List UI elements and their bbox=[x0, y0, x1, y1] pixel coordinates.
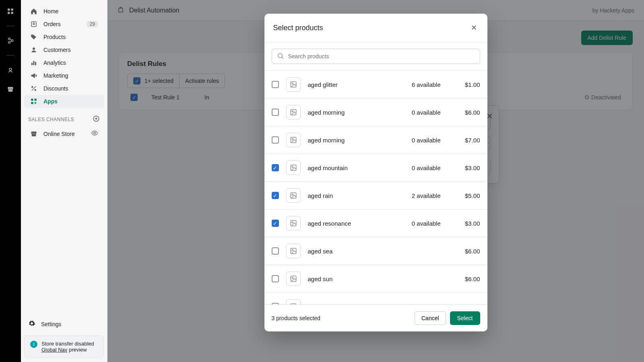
product-name: aged resonance bbox=[308, 220, 351, 227]
add-channel-icon[interactable] bbox=[93, 115, 100, 123]
rail-store-icon[interactable] bbox=[6, 84, 15, 94]
select-button[interactable]: Select bbox=[450, 311, 480, 325]
product-price: $3.00 bbox=[448, 220, 480, 227]
sidebar-item-analytics[interactable]: Analytics bbox=[24, 56, 104, 69]
sidebar-item-products[interactable]: Products bbox=[24, 31, 104, 43]
sidebar-item-label: Marketing bbox=[43, 72, 68, 79]
megaphone-icon bbox=[30, 72, 38, 79]
product-checkbox[interactable]: ✓ bbox=[272, 220, 279, 227]
product-price: $1.00 bbox=[448, 81, 480, 88]
sidebar-settings[interactable]: Settings bbox=[21, 314, 107, 335]
svg-point-26 bbox=[292, 138, 293, 140]
image-placeholder-icon bbox=[286, 77, 301, 92]
modal-title: Select products bbox=[273, 24, 323, 32]
image-placeholder-icon bbox=[286, 188, 301, 203]
svg-point-7 bbox=[9, 68, 12, 71]
image-placeholder-icon bbox=[286, 272, 301, 286]
product-availability: 2 available bbox=[400, 192, 441, 199]
rail-globe-icon[interactable] bbox=[6, 65, 15, 75]
product-row[interactable]: aged sunset $3.00 bbox=[264, 292, 487, 304]
gear-icon bbox=[28, 320, 35, 328]
product-row[interactable]: ✓ aged resonance 0 available $3.00 bbox=[264, 209, 487, 237]
svg-point-36 bbox=[292, 277, 293, 278]
product-checkbox[interactable] bbox=[272, 275, 279, 282]
product-name: aged sun bbox=[308, 276, 333, 282]
product-name: aged sea bbox=[308, 248, 333, 255]
product-price: $3.00 bbox=[448, 165, 480, 171]
search-input[interactable] bbox=[288, 53, 475, 60]
transfer-alert: i Store transfer disabled Global Nav pre… bbox=[24, 335, 104, 358]
product-row[interactable]: aged glitter 6 available $1.00 bbox=[264, 70, 487, 98]
channels-heading: SALES CHANNELS bbox=[21, 108, 107, 127]
sidebar-item-label: Orders bbox=[43, 21, 61, 27]
main: Delist Automation by Hackety Apps Add De… bbox=[107, 0, 644, 362]
selection-count: 3 products selected bbox=[272, 315, 320, 321]
product-price: $6.00 bbox=[448, 276, 480, 282]
product-checkbox[interactable] bbox=[272, 136, 279, 144]
product-checkbox[interactable] bbox=[272, 81, 279, 88]
image-placeholder-icon bbox=[286, 133, 301, 147]
rail-grid-icon[interactable] bbox=[6, 6, 15, 16]
product-list: aged glitter 6 available $1.00 aged morn… bbox=[264, 70, 487, 304]
alert-link[interactable]: Global Nav bbox=[41, 347, 67, 353]
product-price: $5.00 bbox=[448, 192, 480, 199]
settings-label: Settings bbox=[41, 321, 62, 327]
product-row[interactable]: ✓ aged rain 2 available $5.00 bbox=[264, 181, 487, 209]
search-products[interactable] bbox=[272, 49, 480, 64]
product-availability: 6 available bbox=[400, 81, 441, 88]
view-store-icon[interactable] bbox=[91, 130, 98, 138]
rail-divider bbox=[6, 55, 14, 56]
product-row[interactable]: aged morning 0 available $6.00 bbox=[264, 98, 487, 126]
product-checkbox[interactable] bbox=[272, 109, 279, 116]
product-name: aged morning bbox=[308, 137, 345, 144]
svg-point-13 bbox=[31, 86, 33, 88]
svg-point-14 bbox=[35, 89, 37, 91]
bars-icon bbox=[30, 59, 38, 66]
svg-point-28 bbox=[292, 166, 293, 167]
svg-rect-16 bbox=[35, 99, 37, 101]
sidebar-item-customers[interactable]: Customers bbox=[24, 43, 104, 56]
sidebar-online-store[interactable]: Online Store bbox=[24, 127, 104, 141]
svg-rect-27 bbox=[291, 165, 296, 171]
product-checkbox[interactable] bbox=[272, 247, 279, 255]
svg-point-19 bbox=[94, 132, 96, 134]
svg-point-32 bbox=[292, 222, 293, 223]
rail-link-icon[interactable] bbox=[6, 36, 15, 45]
svg-rect-17 bbox=[31, 102, 33, 104]
image-placeholder-icon bbox=[286, 244, 301, 258]
sidebar-item-orders[interactable]: Orders 29 bbox=[24, 18, 104, 31]
person-icon bbox=[30, 46, 38, 53]
product-row[interactable]: aged sun $6.00 bbox=[264, 265, 487, 292]
sidebar-item-label: Home bbox=[43, 8, 58, 14]
svg-rect-0 bbox=[8, 8, 10, 10]
svg-rect-35 bbox=[291, 276, 296, 282]
svg-rect-10 bbox=[31, 63, 33, 65]
product-checkbox[interactable]: ✓ bbox=[272, 192, 279, 199]
alert-line1: Store transfer disabled bbox=[41, 341, 94, 347]
product-checkbox[interactable]: ✓ bbox=[272, 164, 279, 171]
sidebar-item-home[interactable]: Home bbox=[24, 5, 104, 18]
image-placeholder-icon bbox=[286, 299, 301, 304]
sidebar-item-discounts[interactable]: Discounts bbox=[24, 82, 104, 95]
image-placeholder-icon bbox=[286, 160, 301, 175]
sidebar-item-label: Apps bbox=[43, 98, 58, 105]
product-price: $7.00 bbox=[448, 137, 480, 144]
cancel-button[interactable]: Cancel bbox=[415, 311, 446, 325]
product-row[interactable]: aged sea $6.00 bbox=[264, 237, 487, 265]
svg-point-24 bbox=[292, 111, 293, 112]
modal-overlay[interactable]: Select products ✕ aged glitter 6 availab… bbox=[107, 0, 644, 362]
product-row[interactable]: aged morning 0 available $7.00 bbox=[264, 126, 487, 154]
image-placeholder-icon bbox=[286, 216, 301, 230]
product-price: $6.00 bbox=[448, 248, 480, 255]
product-name: aged glitter bbox=[308, 81, 338, 88]
close-icon[interactable]: ✕ bbox=[469, 22, 479, 34]
sidebar-item-marketing[interactable]: Marketing bbox=[24, 69, 104, 82]
image-placeholder-icon bbox=[286, 105, 301, 119]
sidebar-item-label: Customers bbox=[43, 47, 71, 53]
product-row[interactable]: ✓ aged mountain 0 available $3.00 bbox=[264, 154, 487, 181]
svg-point-22 bbox=[292, 83, 293, 84]
sidebar-item-label: Online Store bbox=[43, 131, 75, 137]
alert-rest: preview bbox=[67, 347, 87, 353]
sidebar-item-apps[interactable]: Apps bbox=[24, 95, 104, 108]
svg-rect-25 bbox=[291, 137, 296, 143]
